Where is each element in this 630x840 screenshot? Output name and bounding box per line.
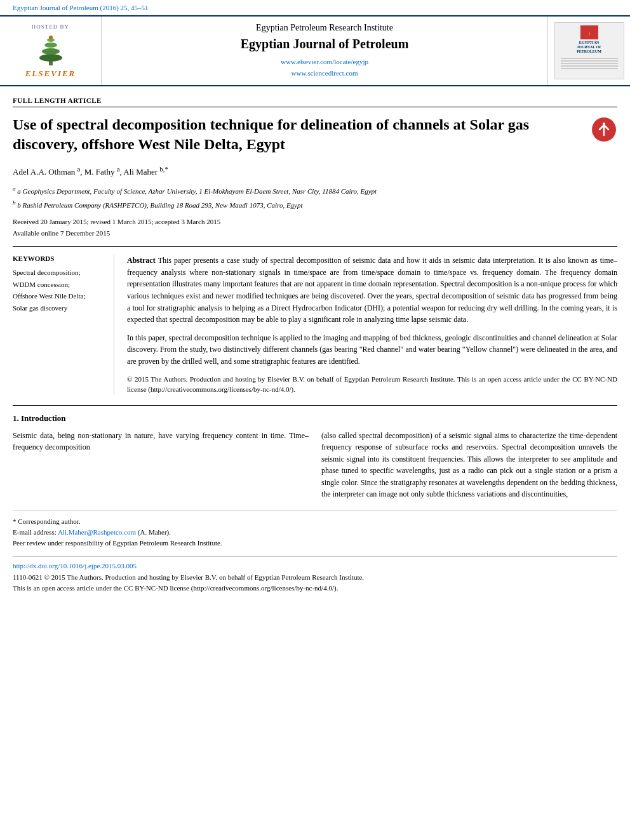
thumb-logo-icon bbox=[580, 25, 598, 39]
peer-review-footnote: Peer review under responsibility of Egyp… bbox=[13, 538, 617, 549]
crossmark-badge bbox=[592, 117, 617, 143]
email-footnote: E-mail address: Ali.Maher@Rashpetco.com … bbox=[13, 527, 617, 538]
footer-open-access: This is an open access article under the… bbox=[13, 583, 617, 594]
abstract-text: AbstractThis paper presents a case study… bbox=[127, 255, 617, 394]
intro-right-text: (also called spectral decomposition) of … bbox=[321, 430, 617, 501]
elsevier-tree-icon bbox=[29, 32, 73, 67]
introduction-section: 1. Introduction Seismic data, being non-… bbox=[13, 405, 617, 501]
intro-left-text: Seismic data, being non-stationary in na… bbox=[13, 430, 309, 453]
abstract-content-2: In this paper, spectral decomposition te… bbox=[127, 333, 617, 366]
affiliation-a: a a Geophysics Department, Faculty of Sc… bbox=[13, 185, 617, 196]
journal-links: www.elsevier.com/locate/egyjp www.scienc… bbox=[281, 57, 368, 79]
crossmark-svg bbox=[593, 119, 615, 140]
journal-reference: Egyptian Journal of Petroleum (2016) 25,… bbox=[13, 4, 149, 11]
article-title-row: Use of spectral decomposition technique … bbox=[13, 115, 617, 154]
thumb-decorative-lines bbox=[561, 57, 618, 70]
keyword-1: Spectral decomposition; bbox=[13, 267, 106, 278]
author-sup-b: b,* bbox=[159, 165, 168, 173]
journal-header: HOSTED BY ELSEVIER Egyptian Petroleum Re… bbox=[0, 15, 630, 86]
intro-right-col: (also called spectral decomposition) of … bbox=[321, 430, 617, 501]
elsevier-text: ELSEVIER bbox=[25, 69, 76, 79]
thumb-title: EGYPTIANJOURNAL OFPETROLEUM bbox=[577, 41, 601, 55]
intro-left-col: Seismic data, being non-stationary in na… bbox=[13, 430, 309, 501]
sciencedirect-link[interactable]: www.sciencedirect.com bbox=[292, 69, 358, 77]
svg-point-7 bbox=[603, 123, 605, 125]
received-dates: Received 20 January 2015; revised 1 Marc… bbox=[13, 217, 617, 228]
elsevier-logo-section: HOSTED BY ELSEVIER bbox=[0, 17, 102, 85]
keywords-title: KEYWORDS bbox=[13, 255, 106, 262]
author-sup-a2: a bbox=[117, 165, 120, 173]
keyword-2: WDDM concession; bbox=[13, 279, 106, 290]
journal-name: Egyptian Journal of Petroleum bbox=[241, 37, 409, 51]
available-online: Available online 7 December 2015 bbox=[13, 228, 617, 239]
institute-name: Egyptian Petroleum Research Institute bbox=[256, 23, 393, 33]
main-content: FULL LENGTH ARTICLE Use of spectral deco… bbox=[0, 86, 630, 604]
abstract-column: AbstractThis paper presents a case study… bbox=[127, 255, 617, 394]
footer-issn: 1110-0621 © 2015 The Authors. Production… bbox=[13, 572, 617, 583]
elsevier-link[interactable]: www.elsevier.com/locate/egyjp bbox=[281, 58, 368, 65]
keyword-4: Solar gas discovery bbox=[13, 303, 106, 314]
keywords-abstract-section: KEYWORDS Spectral decomposition; WDDM co… bbox=[13, 246, 617, 394]
authors-line: Adel A.A. Othman a, M. Fathy a, Ali Mahe… bbox=[13, 165, 617, 177]
flame-icon bbox=[582, 27, 597, 38]
section-title: 1. Introduction bbox=[13, 413, 617, 423]
elsevier-logo: ELSEVIER bbox=[25, 32, 76, 79]
journal-info-center: Egyptian Petroleum Research Institute Eg… bbox=[102, 17, 547, 85]
dates-section: Received 20 January 2015; revised 1 Marc… bbox=[13, 217, 617, 239]
svg-point-3 bbox=[44, 43, 57, 48]
svg-point-2 bbox=[42, 48, 60, 55]
journal-ref-bar: Egyptian Journal of Petroleum (2016) 25,… bbox=[0, 0, 630, 15]
doi-section: http://dx.doi.org/10.1016/j.ejpe.2015.03… bbox=[13, 556, 617, 594]
footnote-section: * Corresponding author. E-mail address: … bbox=[13, 510, 617, 549]
svg-point-1 bbox=[39, 54, 62, 62]
abstract-label: Abstract bbox=[127, 256, 156, 265]
email-link[interactable]: Ali.Maher@Rashpetco.com bbox=[58, 528, 136, 536]
doi-link[interactable]: http://dx.doi.org/10.1016/j.ejpe.2015.03… bbox=[13, 562, 617, 570]
journal-thumbnail-section: EGYPTIANJOURNAL OFPETROLEUM bbox=[547, 17, 630, 85]
crossmark-icon bbox=[592, 117, 616, 142]
intro-two-col: Seismic data, being non-stationary in na… bbox=[13, 430, 617, 501]
copyright-text: © 2015 The Authors. Production and hosti… bbox=[127, 374, 617, 395]
hosted-by-label: HOSTED BY bbox=[32, 23, 69, 30]
article-title: Use of spectral decomposition technique … bbox=[13, 115, 584, 154]
keyword-3: Offshore West Nile Delta; bbox=[13, 291, 106, 302]
affiliation-b: b b Rashid Petroleum Company (RASHPETCO)… bbox=[13, 199, 617, 210]
keywords-column: KEYWORDS Spectral decomposition; WDDM co… bbox=[13, 255, 114, 394]
article-type: FULL LENGTH ARTICLE bbox=[13, 97, 617, 107]
journal-thumbnail: EGYPTIANJOURNAL OFPETROLEUM bbox=[554, 22, 624, 79]
svg-point-5 bbox=[49, 36, 53, 39]
abstract-content-1: This paper presents a case study of spec… bbox=[127, 256, 617, 324]
abstract-paragraph-2: In this paper, spectral decomposition te… bbox=[127, 332, 617, 368]
corresponding-author: * Corresponding author. bbox=[13, 516, 617, 527]
abstract-paragraph-1: AbstractThis paper presents a case study… bbox=[127, 255, 617, 326]
author-sup-a: a bbox=[77, 165, 80, 173]
